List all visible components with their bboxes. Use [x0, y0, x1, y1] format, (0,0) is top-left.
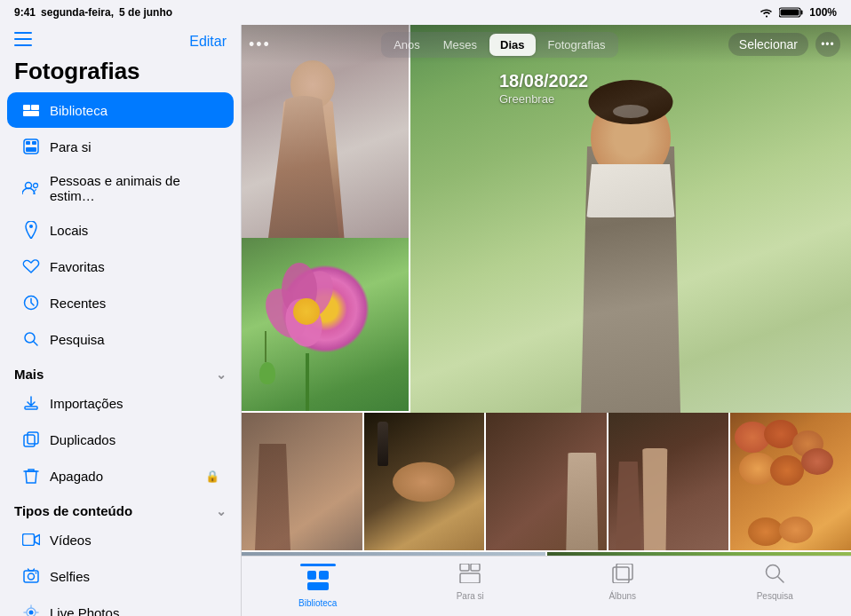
svg-rect-8 [23, 111, 39, 116]
bottom-tab-albuns[interactable]: Álbuns [592, 564, 654, 601]
sidebar-title: Fotografias [0, 54, 241, 92]
tab-anos[interactable]: Anos [383, 34, 431, 56]
selfies-icon [21, 566, 41, 586]
sidebar-item-biblioteca[interactable]: Biblioteca [7, 92, 234, 128]
status-right: 100% [760, 6, 837, 19]
sidebar-item-apagado[interactable]: Apagado 🔒 [7, 458, 234, 494]
sidebar-item-pessoas-label: Pessoas e animais de estim… [50, 173, 219, 203]
bottom-tab-para-si[interactable]: Para si [439, 564, 501, 601]
svg-rect-33 [471, 564, 480, 571]
section-tipos-chevron[interactable]: ⌄ [216, 504, 227, 518]
sidebar-item-live-photos-label: Live Photos [50, 605, 119, 617]
tab-dias[interactable]: Dias [489, 34, 535, 56]
tab-fotografias[interactable]: Fotografias [537, 34, 616, 56]
photo-cell-food-2[interactable] [608, 413, 729, 550]
sidebar-item-apagado-label: Apagado [50, 469, 103, 484]
svg-rect-10 [26, 141, 30, 145]
bottom-tab-biblioteca-icon [307, 571, 329, 596]
bottom-tab-albuns-icon [612, 564, 633, 588]
date-subtitle: Greenbrae [499, 92, 554, 106]
sidebar-item-pesquisa[interactable]: Pesquisa [7, 321, 234, 357]
svg-rect-36 [616, 564, 632, 580]
svg-rect-2 [781, 10, 799, 16]
svg-rect-6 [23, 105, 30, 110]
sidebar-section-tipos: Tipos de conteúdo ⌄ [0, 494, 241, 522]
sidebar-edit-button[interactable]: Editar [189, 34, 227, 50]
sidebar-scroll: Biblioteca Para si [0, 92, 241, 616]
svg-rect-1 [801, 11, 803, 15]
tab-indicator-biblioteca [300, 564, 336, 566]
status-date: 5 de junho [119, 6, 172, 19]
svg-point-15 [29, 225, 33, 228]
svg-rect-29 [307, 571, 316, 580]
para-si-icon [21, 137, 41, 156]
bottom-tab-pesquisa-label: Pesquisa [757, 591, 793, 601]
sidebar: Editar Fotografias Biblioteca [0, 25, 242, 616]
svg-rect-7 [31, 105, 39, 110]
sidebar-item-para-si[interactable]: Para si [7, 129, 234, 164]
svg-point-37 [767, 565, 780, 579]
bottom-tab-pesquisa[interactable]: Pesquisa [744, 564, 806, 601]
sidebar-item-para-si-label: Para si [50, 139, 91, 154]
svg-rect-12 [26, 147, 36, 152]
live-photos-icon [21, 603, 41, 616]
status-left: 9:41 segunda-feira, 5 de junho [14, 6, 172, 19]
photo-cell-kitchen-1[interactable] [242, 413, 362, 550]
sidebar-item-videos[interactable]: Vídeos [7, 522, 234, 557]
photo-cell-kitchen-2[interactable] [486, 413, 607, 550]
sidebar-item-pessoas[interactable]: Pessoas e animais de estim… [7, 165, 234, 211]
sidebar-item-locais-label: Locais [50, 223, 88, 238]
svg-rect-21 [23, 534, 35, 546]
status-day: segunda-feira, [41, 6, 114, 19]
section-mais-chevron[interactable]: ⌄ [216, 367, 227, 382]
svg-point-17 [25, 333, 35, 343]
content-area: 18/08/2022 Greenbrae ••• Anos Meses Dias… [242, 25, 851, 616]
svg-point-25 [29, 611, 34, 615]
app-container: Editar Fotografias Biblioteca [0, 25, 851, 616]
sidebar-item-recentes-label: Recentes [50, 296, 106, 311]
sidebar-item-duplicados[interactable]: Duplicados [7, 422, 234, 457]
photo-cell-flower[interactable] [242, 238, 409, 411]
svg-rect-5 [14, 44, 32, 46]
svg-rect-20 [28, 432, 38, 444]
sidebar-item-selfies[interactable]: Selfies [7, 558, 234, 594]
bottom-tab-para-si-icon [459, 564, 481, 588]
sidebar-item-selfies-label: Selfies [50, 569, 90, 584]
sidebar-item-live-photos[interactable]: Live Photos [7, 595, 234, 616]
bottom-tab-biblioteca-label: Biblioteca [298, 598, 337, 608]
sidebar-item-locais[interactable]: Locais [7, 212, 234, 248]
photo-cell-outdoor-person[interactable] [410, 25, 851, 413]
sidebar-collapse-button[interactable] [14, 32, 32, 51]
sidebar-item-videos-label: Vídeos [50, 533, 91, 548]
photo-cell-food-1[interactable] [364, 413, 485, 550]
bottom-tab-biblioteca[interactable]: Biblioteca [287, 564, 349, 608]
bottom-tabbar: Biblioteca Para si [242, 556, 851, 616]
sidebar-item-duplicados-label: Duplicados [50, 432, 115, 447]
sidebar-item-favoritas[interactable]: Favoritas [7, 249, 234, 284]
svg-rect-19 [24, 435, 35, 446]
svg-rect-31 [307, 582, 329, 590]
status-time: 9:41 [14, 6, 36, 19]
photo-cell-fruits[interactable] [730, 413, 851, 550]
photo-row-3 [242, 413, 851, 550]
sidebar-item-importacoes[interactable]: Importações [7, 385, 234, 421]
bottom-tab-para-si-label: Para si [457, 591, 484, 601]
svg-point-23 [28, 573, 35, 580]
section-mais-label: Mais [14, 367, 44, 382]
status-bar: 9:41 segunda-feira, 5 de junho 100% [0, 0, 851, 25]
svg-rect-32 [460, 564, 469, 571]
svg-rect-4 [14, 38, 32, 40]
header-more-button[interactable]: ••• [815, 32, 840, 57]
recentes-icon [21, 293, 41, 312]
photo-more-button[interactable]: ••• [249, 36, 271, 54]
select-button[interactable]: Selecionar [728, 33, 808, 56]
pesquisa-icon [21, 329, 41, 349]
sidebar-item-recentes[interactable]: Recentes [7, 285, 234, 320]
svg-rect-3 [14, 32, 32, 34]
favoritas-icon [21, 257, 41, 276]
tab-meses[interactable]: Meses [433, 34, 488, 56]
svg-rect-18 [25, 407, 37, 409]
sidebar-item-favoritas-label: Favoritas [50, 259, 105, 274]
duplicados-icon [21, 430, 41, 449]
battery-percent: 100% [809, 6, 837, 19]
